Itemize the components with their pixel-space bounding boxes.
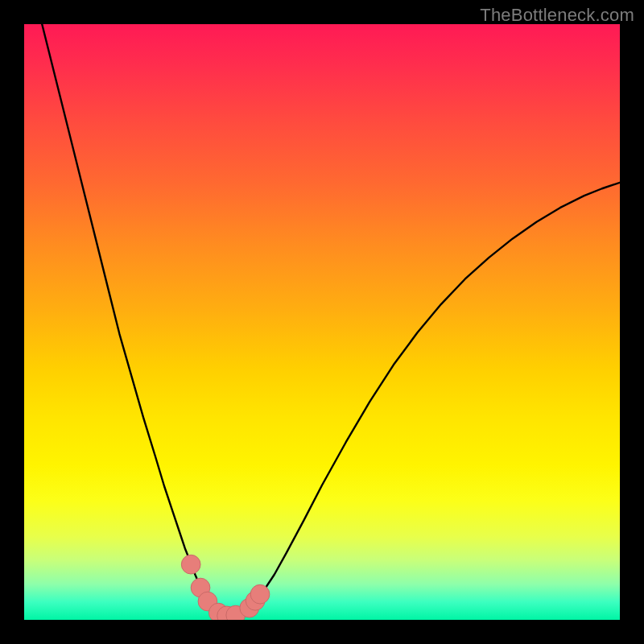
curve-right-curve <box>238 183 620 615</box>
chart-svg <box>24 24 620 620</box>
marker-point-0 <box>181 555 200 574</box>
watermark-text: TheBottleneck.com <box>480 5 634 26</box>
chart-curves <box>42 24 620 616</box>
marker-point-8 <box>250 584 270 604</box>
chart-markers <box>181 555 270 620</box>
curve-left-curve <box>42 24 225 616</box>
